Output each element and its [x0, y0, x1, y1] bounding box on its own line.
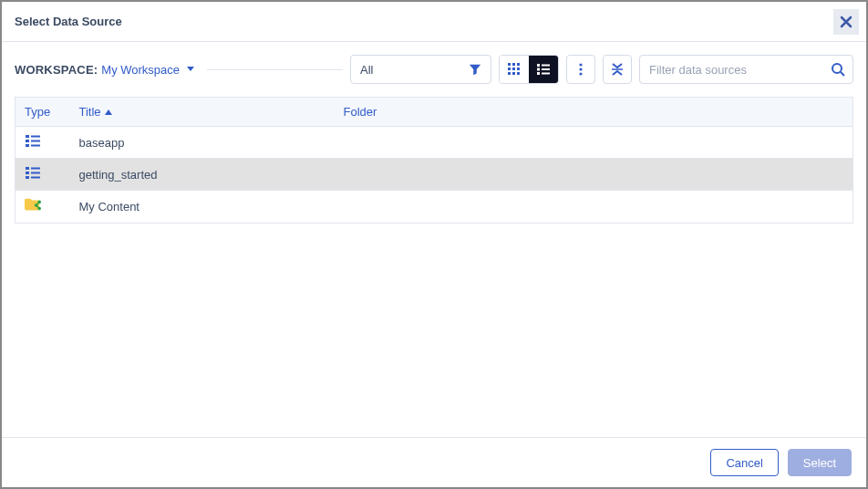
- svg-rect-28: [31, 168, 40, 170]
- divider: [207, 69, 343, 70]
- filter-icon: [469, 63, 481, 76]
- row-type-cell: [16, 127, 70, 159]
- svg-rect-31: [26, 176, 29, 179]
- more-vertical-icon: [579, 63, 583, 76]
- svg-rect-8: [517, 72, 520, 75]
- svg-rect-0: [508, 63, 511, 66]
- table-row[interactable]: baseapp: [16, 127, 853, 159]
- row-type-cell: [16, 191, 70, 224]
- column-header-folder[interactable]: Folder: [335, 98, 853, 127]
- svg-rect-6: [508, 72, 511, 75]
- cancel-button[interactable]: Cancel: [710, 449, 778, 476]
- collapse-button[interactable]: [603, 55, 632, 84]
- row-type-cell: [16, 159, 70, 191]
- svg-point-19: [832, 64, 842, 73]
- svg-rect-14: [542, 73, 550, 75]
- workspace-value: My Workspace: [101, 63, 180, 77]
- search-icon: [831, 62, 845, 77]
- svg-rect-12: [542, 68, 550, 70]
- workspace-label: WORKSPACE:: [15, 63, 98, 77]
- close-button[interactable]: [833, 9, 859, 35]
- svg-rect-29: [26, 172, 29, 174]
- caret-down-icon: [187, 67, 194, 71]
- search-box[interactable]: [639, 55, 853, 84]
- workspace-selector[interactable]: WORKSPACE: My Workspace: [15, 63, 343, 77]
- svg-rect-25: [26, 144, 29, 147]
- svg-rect-24: [31, 140, 40, 142]
- type-filter-dropdown[interactable]: All: [350, 55, 491, 84]
- svg-line-20: [841, 72, 844, 76]
- svg-rect-22: [31, 136, 40, 138]
- table-row[interactable]: My Content: [16, 191, 853, 224]
- svg-rect-26: [31, 145, 40, 147]
- svg-rect-30: [31, 172, 40, 174]
- row-folder-cell: [335, 191, 853, 224]
- list-icon: [537, 63, 550, 76]
- type-filter-value: All: [360, 63, 373, 77]
- select-button[interactable]: Select: [788, 449, 852, 476]
- grid-icon: [508, 63, 521, 76]
- svg-rect-9: [537, 64, 540, 67]
- column-header-title[interactable]: Title: [70, 98, 335, 127]
- app-icon: [25, 134, 41, 149]
- grid-view-button[interactable]: [500, 56, 529, 83]
- svg-rect-13: [537, 72, 540, 75]
- modal-title: Select Data Source: [15, 15, 122, 28]
- app-icon: [25, 166, 41, 181]
- svg-rect-23: [26, 140, 29, 142]
- column-header-type[interactable]: Type: [16, 98, 70, 127]
- svg-rect-2: [517, 63, 520, 66]
- view-toggle-group: [499, 55, 559, 84]
- svg-rect-1: [512, 63, 515, 66]
- collapse-icon: [611, 63, 624, 76]
- svg-rect-10: [542, 65, 550, 67]
- more-options-button[interactable]: [566, 55, 595, 84]
- sort-asc-icon: [105, 109, 112, 115]
- row-title-cell: getting_started: [70, 159, 335, 191]
- svg-rect-11: [537, 68, 540, 71]
- modal-header: Select Data Source: [2, 2, 866, 42]
- modal-footer: Cancel Select: [2, 437, 866, 487]
- table-row[interactable]: getting_started: [16, 159, 853, 191]
- row-title-cell: My Content: [70, 191, 335, 224]
- search-input[interactable]: [649, 63, 831, 77]
- svg-point-17: [579, 72, 582, 75]
- svg-point-15: [579, 63, 582, 66]
- svg-point-16: [579, 68, 582, 70]
- toolbar: WORKSPACE: My Workspace All: [2, 42, 866, 97]
- close-icon: [840, 16, 852, 28]
- svg-rect-27: [26, 167, 29, 170]
- svg-rect-21: [26, 135, 29, 138]
- svg-rect-32: [31, 177, 40, 179]
- shared-folder-icon: [25, 198, 41, 213]
- table-area: Type Title Folder baseappgetting_started…: [2, 97, 866, 437]
- row-folder-cell: [335, 127, 853, 159]
- svg-rect-4: [512, 68, 515, 70]
- svg-rect-5: [517, 68, 520, 70]
- svg-rect-7: [512, 72, 515, 75]
- svg-rect-3: [508, 68, 511, 70]
- list-view-button[interactable]: [529, 56, 558, 83]
- row-folder-cell: [335, 159, 853, 191]
- data-source-table: Type Title Folder baseappgetting_started…: [15, 97, 853, 224]
- row-title-cell: baseapp: [70, 127, 335, 159]
